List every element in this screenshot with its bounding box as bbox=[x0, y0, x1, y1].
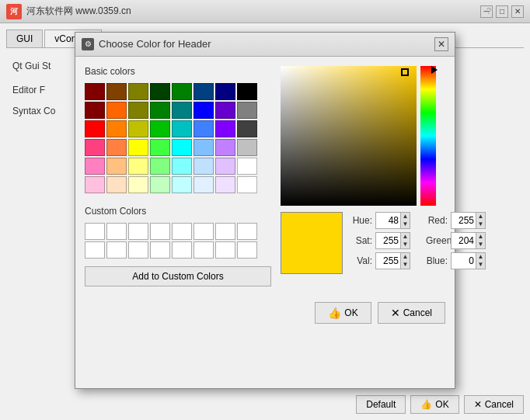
add-to-custom-button[interactable]: Add to Custom Colors bbox=[85, 266, 271, 286]
hue-spinbox[interactable]: ▲ ▼ bbox=[375, 212, 410, 229]
blue-input[interactable] bbox=[451, 252, 476, 269]
green-input[interactable] bbox=[451, 232, 476, 249]
basic-color-cell[interactable] bbox=[150, 102, 170, 119]
basic-color-cell[interactable] bbox=[85, 120, 105, 137]
blue-up[interactable]: ▲ bbox=[478, 254, 484, 260]
modal-ok-button[interactable]: 👍 OK bbox=[315, 302, 371, 324]
custom-cell-8[interactable] bbox=[237, 223, 257, 240]
hue-input[interactable] bbox=[375, 212, 400, 229]
basic-color-cell[interactable] bbox=[194, 102, 214, 119]
basic-color-cell[interactable] bbox=[237, 83, 257, 100]
sat-up[interactable]: ▲ bbox=[403, 234, 409, 240]
basic-color-cell[interactable] bbox=[85, 176, 105, 193]
basic-color-cell[interactable] bbox=[172, 139, 192, 156]
green-spinbox[interactable]: ▲ ▼ bbox=[451, 232, 486, 249]
modal-cancel-button[interactable]: ✕ Cancel bbox=[378, 302, 445, 324]
red-down[interactable]: ▼ bbox=[478, 221, 484, 227]
basic-color-cell[interactable] bbox=[172, 120, 192, 137]
custom-cell-15[interactable] bbox=[215, 241, 235, 259]
sat-input[interactable] bbox=[375, 232, 400, 249]
custom-cell-4[interactable] bbox=[150, 223, 170, 240]
basic-color-cell[interactable] bbox=[172, 176, 192, 193]
hsv-inputs: Hue: ▲ ▼ bbox=[350, 212, 410, 269]
custom-cell-7[interactable] bbox=[215, 223, 235, 240]
val-down[interactable]: ▼ bbox=[403, 262, 409, 268]
basic-color-cell[interactable] bbox=[194, 120, 214, 137]
basic-color-cell[interactable] bbox=[85, 158, 105, 175]
basic-color-cell[interactable] bbox=[106, 176, 127, 193]
val-spinbox[interactable]: ▲ ▼ bbox=[375, 252, 410, 269]
blue-arrows[interactable]: ▲ ▼ bbox=[476, 252, 486, 269]
basic-color-cell[interactable] bbox=[237, 120, 257, 137]
basic-color-cell[interactable] bbox=[237, 139, 257, 156]
sat-spinbox[interactable]: ▲ ▼ bbox=[375, 232, 410, 249]
basic-color-cell[interactable] bbox=[215, 120, 235, 137]
green-arrows[interactable]: ▲ ▼ bbox=[476, 232, 486, 249]
basic-color-cell[interactable] bbox=[194, 139, 214, 156]
basic-color-cell[interactable] bbox=[194, 176, 214, 193]
basic-color-cell[interactable] bbox=[128, 120, 148, 137]
custom-cell-11[interactable] bbox=[128, 241, 148, 259]
custom-cell-13[interactable] bbox=[172, 241, 192, 259]
basic-color-cell[interactable] bbox=[128, 176, 148, 193]
basic-color-cell[interactable] bbox=[172, 158, 192, 175]
modal-close-button[interactable]: ✕ bbox=[434, 37, 448, 51]
basic-color-cell[interactable] bbox=[150, 158, 170, 175]
basic-color-cell[interactable] bbox=[215, 83, 235, 100]
basic-color-cell[interactable] bbox=[128, 102, 148, 119]
hue-arrows[interactable]: ▲ ▼ bbox=[400, 212, 410, 229]
red-input[interactable] bbox=[451, 212, 476, 229]
basic-color-cell[interactable] bbox=[215, 102, 235, 119]
custom-cell-5[interactable] bbox=[172, 223, 192, 240]
basic-color-cell[interactable] bbox=[128, 139, 148, 156]
basic-color-cell[interactable] bbox=[85, 102, 105, 119]
basic-color-cell[interactable] bbox=[194, 83, 214, 100]
hue-up[interactable]: ▲ bbox=[403, 213, 409, 220]
basic-color-cell[interactable] bbox=[150, 139, 170, 156]
sat-arrows[interactable]: ▲ ▼ bbox=[400, 232, 410, 249]
basic-color-cell[interactable] bbox=[106, 102, 127, 119]
basic-color-cell[interactable] bbox=[106, 139, 127, 156]
red-up[interactable]: ▲ bbox=[478, 213, 484, 220]
custom-cell-14[interactable] bbox=[194, 241, 214, 259]
basic-color-cell[interactable] bbox=[106, 158, 127, 175]
basic-color-cell[interactable] bbox=[85, 139, 105, 156]
basic-color-cell[interactable] bbox=[172, 83, 192, 100]
blue-down[interactable]: ▼ bbox=[478, 262, 484, 268]
custom-cell-16[interactable] bbox=[237, 241, 257, 259]
basic-color-cell[interactable] bbox=[106, 120, 127, 137]
basic-color-cell[interactable] bbox=[128, 158, 148, 175]
red-arrows[interactable]: ▲ ▼ bbox=[476, 212, 486, 229]
blue-spinbox[interactable]: ▲ ▼ bbox=[451, 252, 486, 269]
val-up[interactable]: ▲ bbox=[403, 254, 409, 260]
basic-color-cell[interactable] bbox=[128, 83, 148, 100]
basic-color-cell[interactable] bbox=[215, 176, 235, 193]
custom-cell-3[interactable] bbox=[128, 223, 148, 240]
basic-color-cell[interactable] bbox=[215, 158, 235, 175]
custom-cell-10[interactable] bbox=[106, 241, 127, 259]
hue-down[interactable]: ▼ bbox=[403, 221, 409, 227]
custom-cell-2[interactable] bbox=[106, 223, 127, 240]
basic-color-cell[interactable] bbox=[237, 176, 257, 193]
custom-cell-12[interactable] bbox=[150, 241, 170, 259]
basic-color-cell[interactable] bbox=[194, 158, 214, 175]
val-arrows[interactable]: ▲ ▼ bbox=[400, 252, 410, 269]
basic-color-cell[interactable] bbox=[150, 176, 170, 193]
color-picker-area[interactable] bbox=[281, 66, 436, 206]
basic-color-cell[interactable] bbox=[150, 120, 170, 137]
green-down[interactable]: ▼ bbox=[478, 241, 484, 248]
custom-cell-1[interactable] bbox=[85, 223, 105, 240]
basic-color-cell[interactable] bbox=[237, 158, 257, 175]
basic-color-cell[interactable] bbox=[106, 83, 127, 100]
basic-color-cell[interactable] bbox=[85, 83, 105, 100]
basic-color-cell[interactable] bbox=[172, 102, 192, 119]
red-spinbox[interactable]: ▲ ▼ bbox=[451, 212, 486, 229]
basic-color-cell[interactable] bbox=[150, 83, 170, 100]
green-up[interactable]: ▲ bbox=[478, 234, 484, 240]
sat-down[interactable]: ▼ bbox=[403, 241, 409, 248]
custom-cell-6[interactable] bbox=[194, 223, 214, 240]
val-input[interactable] bbox=[375, 252, 400, 269]
basic-color-cell[interactable] bbox=[215, 139, 235, 156]
custom-cell-9[interactable] bbox=[85, 241, 105, 259]
basic-color-cell[interactable] bbox=[237, 102, 257, 119]
